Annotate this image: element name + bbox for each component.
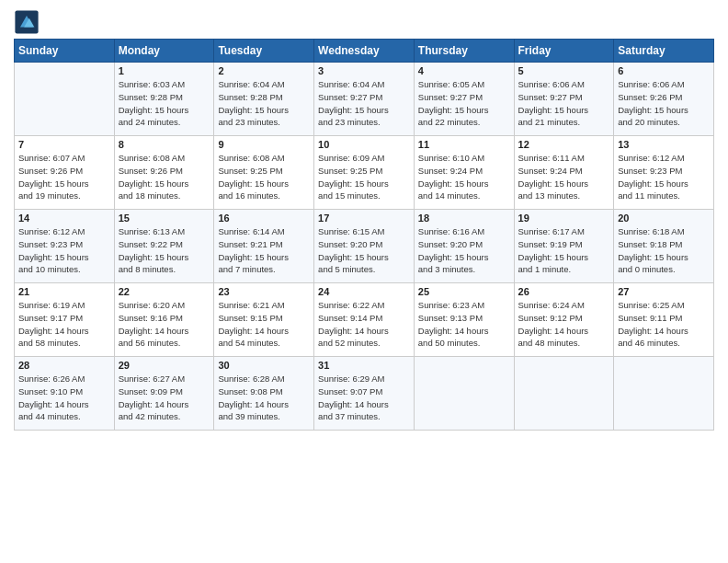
day-number: 27 xyxy=(618,286,710,297)
calendar-header-friday: Friday xyxy=(514,40,614,63)
day-number: 20 xyxy=(618,213,710,224)
calendar-cell: 5Sunrise: 6:06 AM Sunset: 9:27 PM Daylig… xyxy=(514,63,614,136)
calendar-cell: 21Sunrise: 6:19 AM Sunset: 9:17 PM Dayli… xyxy=(15,283,115,357)
calendar-cell: 8Sunrise: 6:08 AM Sunset: 9:26 PM Daylig… xyxy=(114,136,214,210)
logo-icon xyxy=(14,9,40,35)
day-info: Sunrise: 6:15 AM Sunset: 9:20 PM Dayligh… xyxy=(318,225,410,276)
calendar-cell: 25Sunrise: 6:23 AM Sunset: 9:13 PM Dayli… xyxy=(414,283,514,357)
day-number: 5 xyxy=(518,65,610,76)
day-number: 2 xyxy=(218,65,310,76)
day-info: Sunrise: 6:25 AM Sunset: 9:11 PM Dayligh… xyxy=(618,299,710,350)
calendar-header-sunday: Sunday xyxy=(15,40,115,63)
header xyxy=(14,9,714,35)
day-info: Sunrise: 6:04 AM Sunset: 9:27 PM Dayligh… xyxy=(318,78,410,129)
calendar-week-row: 28Sunrise: 6:26 AM Sunset: 9:10 PM Dayli… xyxy=(15,357,714,431)
calendar-header-wednesday: Wednesday xyxy=(314,40,415,63)
day-info: Sunrise: 6:18 AM Sunset: 9:18 PM Dayligh… xyxy=(618,225,710,276)
calendar-cell xyxy=(514,357,614,431)
calendar-cell: 10Sunrise: 6:09 AM Sunset: 9:25 PM Dayli… xyxy=(314,136,415,210)
day-number: 19 xyxy=(518,213,610,224)
day-number: 3 xyxy=(318,65,410,76)
calendar-cell xyxy=(414,357,514,431)
calendar-cell: 18Sunrise: 6:16 AM Sunset: 9:20 PM Dayli… xyxy=(414,210,514,283)
day-info: Sunrise: 6:19 AM Sunset: 9:17 PM Dayligh… xyxy=(18,299,110,350)
day-info: Sunrise: 6:09 AM Sunset: 9:25 PM Dayligh… xyxy=(318,152,410,202)
calendar-cell: 26Sunrise: 6:24 AM Sunset: 9:12 PM Dayli… xyxy=(514,283,614,357)
day-number: 14 xyxy=(18,213,110,224)
day-number: 6 xyxy=(618,65,710,76)
day-info: Sunrise: 6:26 AM Sunset: 9:10 PM Dayligh… xyxy=(18,373,110,423)
day-number: 7 xyxy=(18,139,110,150)
calendar-cell: 12Sunrise: 6:11 AM Sunset: 9:24 PM Dayli… xyxy=(514,136,614,210)
calendar-cell: 7Sunrise: 6:07 AM Sunset: 9:26 PM Daylig… xyxy=(15,136,115,210)
calendar-week-row: 7Sunrise: 6:07 AM Sunset: 9:26 PM Daylig… xyxy=(15,136,714,210)
day-number: 31 xyxy=(318,360,410,371)
day-info: Sunrise: 6:08 AM Sunset: 9:26 PM Dayligh… xyxy=(119,152,210,202)
day-number: 21 xyxy=(18,286,110,297)
day-info: Sunrise: 6:23 AM Sunset: 9:13 PM Dayligh… xyxy=(418,299,510,350)
calendar-table: SundayMondayTuesdayWednesdayThursdayFrid… xyxy=(14,39,714,431)
calendar-cell: 19Sunrise: 6:17 AM Sunset: 9:19 PM Dayli… xyxy=(514,210,614,283)
calendar-cell xyxy=(614,357,714,431)
calendar-cell: 4Sunrise: 6:05 AM Sunset: 9:27 PM Daylig… xyxy=(414,63,514,136)
calendar-header-row: SundayMondayTuesdayWednesdayThursdayFrid… xyxy=(15,40,714,63)
calendar-header-tuesday: Tuesday xyxy=(214,40,314,63)
calendar-body: 1Sunrise: 6:03 AM Sunset: 9:28 PM Daylig… xyxy=(15,63,714,431)
calendar-week-row: 14Sunrise: 6:12 AM Sunset: 9:23 PM Dayli… xyxy=(15,210,714,283)
day-info: Sunrise: 6:14 AM Sunset: 9:21 PM Dayligh… xyxy=(218,225,310,276)
calendar-week-row: 21Sunrise: 6:19 AM Sunset: 9:17 PM Dayli… xyxy=(15,283,714,357)
calendar-cell: 15Sunrise: 6:13 AM Sunset: 9:22 PM Dayli… xyxy=(114,210,214,283)
calendar-cell: 24Sunrise: 6:22 AM Sunset: 9:14 PM Dayli… xyxy=(314,283,415,357)
day-number: 15 xyxy=(119,213,210,224)
logo xyxy=(14,9,43,35)
calendar-cell: 23Sunrise: 6:21 AM Sunset: 9:15 PM Dayli… xyxy=(214,283,314,357)
day-info: Sunrise: 6:11 AM Sunset: 9:24 PM Dayligh… xyxy=(518,152,610,202)
day-info: Sunrise: 6:12 AM Sunset: 9:23 PM Dayligh… xyxy=(18,225,110,276)
day-number: 23 xyxy=(218,286,310,297)
calendar-cell xyxy=(15,63,115,136)
page-container: SundayMondayTuesdayWednesdayThursdayFrid… xyxy=(0,0,728,435)
day-number: 13 xyxy=(618,139,710,150)
day-number: 17 xyxy=(318,213,410,224)
calendar-cell: 9Sunrise: 6:08 AM Sunset: 9:25 PM Daylig… xyxy=(214,136,314,210)
calendar-cell: 30Sunrise: 6:28 AM Sunset: 9:08 PM Dayli… xyxy=(214,357,314,431)
day-info: Sunrise: 6:03 AM Sunset: 9:28 PM Dayligh… xyxy=(119,78,210,129)
calendar-cell: 6Sunrise: 6:06 AM Sunset: 9:26 PM Daylig… xyxy=(614,63,714,136)
calendar-cell: 31Sunrise: 6:29 AM Sunset: 9:07 PM Dayli… xyxy=(314,357,415,431)
calendar-cell: 14Sunrise: 6:12 AM Sunset: 9:23 PM Dayli… xyxy=(15,210,115,283)
day-number: 22 xyxy=(119,286,210,297)
calendar-cell: 3Sunrise: 6:04 AM Sunset: 9:27 PM Daylig… xyxy=(314,63,415,136)
calendar-header-monday: Monday xyxy=(114,40,214,63)
day-info: Sunrise: 6:12 AM Sunset: 9:23 PM Dayligh… xyxy=(618,152,710,202)
day-number: 28 xyxy=(18,360,110,371)
day-info: Sunrise: 6:29 AM Sunset: 9:07 PM Dayligh… xyxy=(318,373,410,423)
day-info: Sunrise: 6:27 AM Sunset: 9:09 PM Dayligh… xyxy=(119,373,210,423)
day-info: Sunrise: 6:05 AM Sunset: 9:27 PM Dayligh… xyxy=(418,78,510,129)
day-number: 24 xyxy=(318,286,410,297)
day-number: 8 xyxy=(119,139,210,150)
day-info: Sunrise: 6:17 AM Sunset: 9:19 PM Dayligh… xyxy=(518,225,610,276)
day-number: 30 xyxy=(218,360,310,371)
calendar-header-thursday: Thursday xyxy=(414,40,514,63)
day-info: Sunrise: 6:16 AM Sunset: 9:20 PM Dayligh… xyxy=(418,225,510,276)
day-number: 10 xyxy=(318,139,410,150)
day-info: Sunrise: 6:28 AM Sunset: 9:08 PM Dayligh… xyxy=(218,373,310,423)
calendar-cell: 1Sunrise: 6:03 AM Sunset: 9:28 PM Daylig… xyxy=(114,63,214,136)
calendar-cell: 2Sunrise: 6:04 AM Sunset: 9:28 PM Daylig… xyxy=(214,63,314,136)
day-info: Sunrise: 6:20 AM Sunset: 9:16 PM Dayligh… xyxy=(119,299,210,350)
calendar-cell: 13Sunrise: 6:12 AM Sunset: 9:23 PM Dayli… xyxy=(614,136,714,210)
calendar-cell: 27Sunrise: 6:25 AM Sunset: 9:11 PM Dayli… xyxy=(614,283,714,357)
calendar-header-saturday: Saturday xyxy=(614,40,714,63)
day-number: 9 xyxy=(218,139,310,150)
day-info: Sunrise: 6:06 AM Sunset: 9:27 PM Dayligh… xyxy=(518,78,610,129)
calendar-cell: 16Sunrise: 6:14 AM Sunset: 9:21 PM Dayli… xyxy=(214,210,314,283)
day-number: 18 xyxy=(418,213,510,224)
day-info: Sunrise: 6:22 AM Sunset: 9:14 PM Dayligh… xyxy=(318,299,410,350)
calendar-cell: 11Sunrise: 6:10 AM Sunset: 9:24 PM Dayli… xyxy=(414,136,514,210)
day-number: 11 xyxy=(418,139,510,150)
calendar-cell: 28Sunrise: 6:26 AM Sunset: 9:10 PM Dayli… xyxy=(15,357,115,431)
day-number: 12 xyxy=(518,139,610,150)
day-number: 16 xyxy=(218,213,310,224)
day-info: Sunrise: 6:06 AM Sunset: 9:26 PM Dayligh… xyxy=(618,78,710,129)
day-info: Sunrise: 6:10 AM Sunset: 9:24 PM Dayligh… xyxy=(418,152,510,202)
